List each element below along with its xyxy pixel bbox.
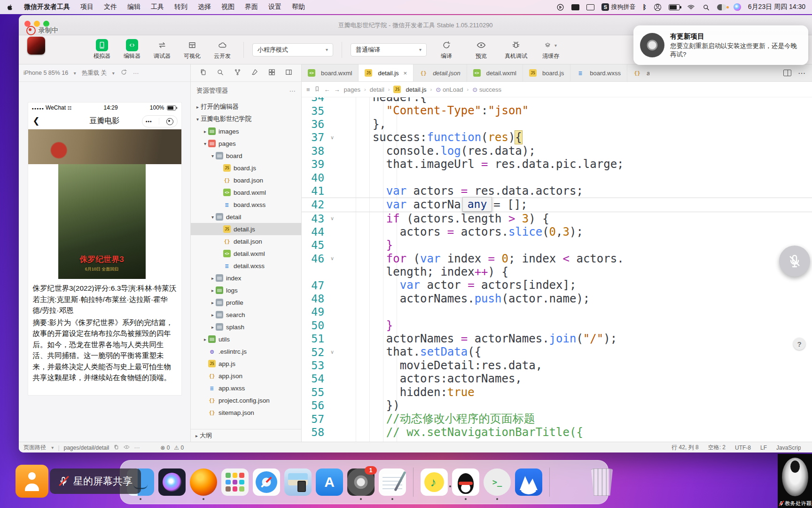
miniprogram-capsule[interactable]: ••• (142, 115, 178, 127)
tree-item-board[interactable]: ▾board (191, 150, 301, 162)
screen-share-pill[interactable]: 星的屏幕共享 (50, 468, 141, 494)
share-user-avatar[interactable] (16, 465, 48, 498)
menu-视图[interactable]: 视图 (221, 3, 234, 11)
participant-video-tile[interactable]: 教务处许颖 (778, 454, 812, 508)
tree-item-board.wxml[interactable]: <>board.wxml (191, 186, 301, 198)
tab-detail.wxml[interactable]: <>detail.wxml (467, 64, 523, 81)
tree-item-logs[interactable]: ▸logs (191, 284, 301, 296)
error-count[interactable]: ⊗ 0 (160, 444, 170, 451)
update-notification[interactable]: 有更新项目 您要立刻重新启动以安装这些更新，还是今晚再试? (633, 25, 808, 65)
tab-detail.js[interactable]: JSdetail.js× (359, 64, 414, 81)
menu-工具[interactable]: 工具 (151, 3, 164, 11)
status-item[interactable]: 行 42, 列 8 (671, 444, 698, 452)
tree-item-detail[interactable]: ▾detail (191, 211, 301, 223)
movie-poster-image[interactable]: 侏罗纪世界3 6月10日 全面回归 (58, 164, 146, 279)
tree-item-pages[interactable]: ▾pages (191, 137, 301, 150)
tree-item-board.wxss[interactable]: ≡board.wxss (191, 198, 301, 211)
warning-count[interactable]: ⚠ 0 (174, 444, 184, 451)
tree-item-utils[interactable]: ▸utils (191, 333, 301, 345)
tree-item-.eslintrc.js[interactable]: ◎.eslintrc.js (191, 345, 301, 357)
help-button[interactable]: ? (793, 338, 805, 350)
toolbar-清缓存-button[interactable]: ▾清缓存 (536, 39, 566, 60)
simulator-more-icon[interactable]: ⋯ (133, 70, 139, 77)
spotlight-search-icon[interactable] (702, 3, 710, 11)
dock-safari-icon[interactable] (253, 468, 280, 496)
tree-item-豆瓣电影世纪学院[interactable]: ▾豆瓣电影世纪学院 (191, 113, 301, 125)
status-item[interactable]: UTF-8 (735, 444, 751, 451)
dock-qq-icon[interactable] (452, 468, 479, 496)
menu-选择[interactable]: 选择 (198, 3, 211, 11)
simulator-refresh-icon[interactable] (120, 69, 127, 77)
menu-转到[interactable]: 转到 (174, 3, 187, 11)
tree-item-app.js[interactable]: JSapp.js (191, 357, 301, 370)
play-circle-icon[interactable] (556, 3, 564, 11)
tree-item-detail.wxss[interactable]: ≡detail.wxss (191, 260, 301, 272)
page-path-select[interactable]: 页面路径 ▾ (23, 444, 54, 452)
dock-qqmusic-icon[interactable]: ♪ (421, 468, 448, 496)
tab-board.wxml[interactable]: <>board.wxml (302, 64, 359, 81)
tree-item-detail.wxml[interactable]: <>detail.wxml (191, 247, 301, 260)
user-avatar[interactable] (27, 37, 45, 55)
toolbar-可视化-button[interactable]: 可视化 (180, 39, 205, 60)
breadcrumb-success[interactable]: ⊙success (472, 86, 501, 93)
split-editor-icon[interactable] (783, 70, 791, 76)
tab-board.js[interactable]: JSboard.js (523, 64, 570, 81)
outline-section[interactable]: ▸ 大纲 (191, 429, 301, 442)
device-select[interactable]: iPhone 5 85% 16 ▾ (23, 70, 76, 76)
tree-item-profile[interactable]: ▸profile (191, 296, 301, 309)
breadcrumb-detail[interactable]: detail (370, 86, 384, 93)
menu-app-name[interactable]: 微信开发者工具 (24, 3, 70, 11)
status-item[interactable]: 空格: 2 (708, 444, 726, 452)
menu-帮助[interactable]: 帮助 (292, 3, 305, 11)
tree-item-project.config.json[interactable]: {}project.config.json (191, 394, 301, 406)
dock-siri-icon[interactable] (158, 468, 186, 496)
arrow-left-icon[interactable]: ← (324, 86, 330, 93)
dock-appstore-icon[interactable]: A (316, 468, 343, 496)
dock-meeting-icon[interactable] (515, 468, 542, 496)
theme-brush-icon[interactable] (250, 68, 258, 78)
phone-preview[interactable]: ●●●●● WeChat ☷ 14:29 100% ❮ 豆瓣电影 ••• (28, 103, 181, 395)
input-source-icon[interactable] (717, 4, 726, 10)
toolbar-云开发-button[interactable]: 云开发 (210, 39, 235, 60)
code-editor[interactable]: 34 header:{35 "Content-Type":"json"36 },… (302, 97, 812, 442)
hot-reload-toggle[interactable]: 热重载 关 ▾ (82, 69, 115, 77)
compile-mode-select[interactable]: 普通编译▾ (351, 43, 427, 56)
tree-item-app.json[interactable]: {}app.json (191, 370, 301, 382)
status-more-icon[interactable]: ⋯ (134, 444, 140, 451)
apple-logo-icon[interactable] (7, 3, 14, 11)
display-icon[interactable] (586, 4, 594, 10)
breadcrumb-pages[interactable]: pages (344, 86, 360, 93)
grid-layout-icon[interactable] (268, 68, 276, 78)
git-fork-icon[interactable] (234, 68, 242, 78)
tab-board.wxss[interactable]: ≡board.wxss (570, 64, 627, 81)
tree-item-board.js[interactable]: JSboard.js (191, 162, 301, 174)
tree-item-打开的编辑器[interactable]: ▸打开的编辑器 (191, 101, 301, 113)
tree-item-images[interactable]: ▸images (191, 125, 301, 137)
status-item[interactable]: LF (760, 444, 767, 451)
sogou-input-icon[interactable]: S搜狗拼音 (601, 3, 635, 11)
tab-a[interactable]: {}a (627, 64, 649, 81)
toolbar-调试器-button[interactable]: 调试器 (149, 39, 175, 60)
tree-item-sitemap.json[interactable]: {}sitemap.json (191, 406, 301, 419)
explorer-more-icon[interactable]: ⋯ (289, 87, 296, 95)
status-item[interactable]: JavaScript (776, 444, 801, 451)
bluetooth-icon[interactable]: ᛒ (642, 3, 646, 11)
files-icon[interactable] (199, 68, 207, 78)
dock-settings-icon[interactable]: 1 (347, 468, 375, 496)
tree-item-app.wxss[interactable]: ≡app.wxss (191, 382, 301, 394)
mic-mute-button[interactable] (779, 246, 810, 277)
siri-icon[interactable] (734, 3, 741, 11)
screen-recording-icon[interactable] (571, 4, 579, 10)
toolbar-编译-button[interactable]: 编译 (431, 39, 461, 60)
list-icon[interactable]: ≡ (306, 86, 310, 93)
arrow-right-icon[interactable]: → (334, 86, 340, 93)
split-window-icon[interactable] (285, 68, 293, 78)
dock-terminal-icon[interactable]: >_ (484, 468, 511, 496)
breadcrumb-detail.js[interactable]: JSdetail.js (393, 86, 426, 93)
toolbar-编辑器-button[interactable]: 编辑器 (119, 39, 145, 60)
tabs-more-icon[interactable]: ⋯ (798, 69, 805, 78)
bookmark-icon[interactable] (314, 86, 320, 94)
menu-项目[interactable]: 项目 (80, 3, 94, 11)
battery-icon[interactable] (669, 4, 680, 10)
dock-preview-icon[interactable] (284, 468, 312, 496)
